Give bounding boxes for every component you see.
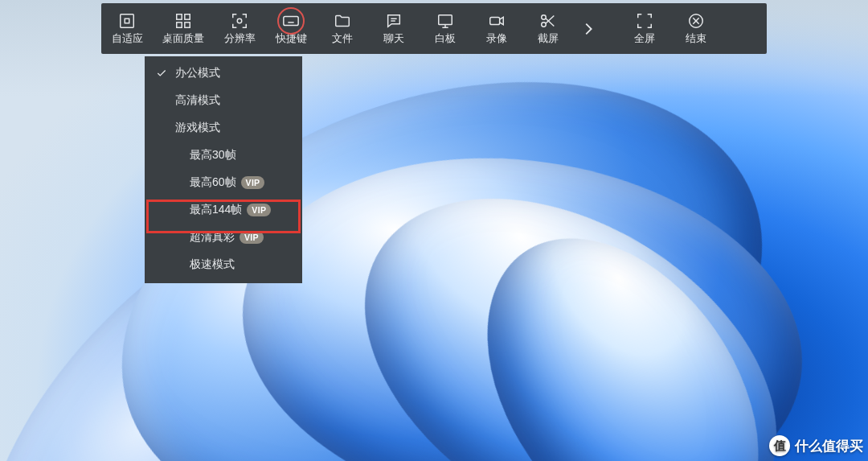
vip-badge: VIP (247, 204, 271, 216)
whiteboard-icon (436, 12, 454, 30)
toolbar-end-button[interactable]: 结束 (670, 3, 722, 54)
menu-item-hd-mode[interactable]: 高清模式 (145, 87, 302, 114)
toolbar-item-label: 截屏 (538, 32, 559, 46)
close-circle-icon (687, 12, 705, 30)
toolbar-desktop-quality-button[interactable]: 桌面质量 (153, 3, 214, 54)
menu-item-label: 超清真彩 (190, 230, 235, 245)
svg-rect-18 (490, 17, 500, 24)
keyboard-icon (282, 12, 300, 30)
focus-icon (231, 12, 248, 30)
check-icon (156, 68, 167, 79)
toolbar-item-label: 全屏 (634, 32, 655, 46)
fit-icon (118, 12, 136, 30)
chat-icon (385, 12, 403, 30)
toolbar-adaptive-button[interactable]: 自适应 (101, 3, 153, 54)
toolbar-item-label: 录像 (486, 32, 507, 46)
watermark-badge: 值 (769, 435, 790, 456)
menu-item-label: 办公模式 (175, 66, 220, 80)
chevron-right-icon (579, 20, 597, 38)
menu-item-label: 极速模式 (190, 257, 235, 272)
svg-rect-15 (439, 14, 452, 24)
svg-rect-3 (185, 14, 190, 19)
toolbar-item-label: 结束 (686, 32, 706, 46)
smzdm-watermark: 值 什么值得买 (769, 435, 863, 456)
toolbar-spacer (603, 3, 619, 54)
svg-rect-2 (177, 14, 182, 19)
menu-item-max-60fps[interactable]: 最高60帧 VIP (145, 169, 302, 196)
remote-control-toolbar: 自适应 桌面质量 分辨率 快捷键 文件 聊天 白板 (101, 3, 767, 54)
toolbar-record-button[interactable]: 录像 (471, 3, 522, 54)
menu-item-label: 最高144帧 (190, 203, 242, 217)
svg-rect-4 (177, 22, 182, 27)
menu-item-max-144fps[interactable]: 最高144帧 VIP (145, 196, 302, 224)
toolbar-file-button[interactable]: 文件 (317, 3, 368, 54)
camera-icon (488, 12, 506, 30)
svg-rect-1 (125, 19, 129, 23)
scissors-icon (539, 12, 557, 30)
toolbar-more-button[interactable] (574, 3, 603, 54)
menu-item-label: 游戏模式 (175, 121, 220, 135)
toolbar-fullscreen-button[interactable]: 全屏 (619, 3, 670, 54)
toolbar-item-label: 文件 (332, 32, 353, 46)
toolbar-whiteboard-button[interactable]: 白板 (420, 3, 471, 54)
toolbar-chat-button[interactable]: 聊天 (368, 3, 420, 54)
vip-badge: VIP (241, 176, 265, 189)
toolbar-item-label: 自适应 (112, 32, 143, 46)
folder-icon (334, 12, 351, 30)
menu-item-office-mode[interactable]: 办公模式 (145, 60, 302, 87)
svg-point-6 (237, 19, 242, 23)
menu-item-game-mode[interactable]: 游戏模式 (145, 114, 302, 142)
toolbar-shortcut-button[interactable]: 快捷键 (265, 3, 317, 54)
menu-item-max-30fps[interactable]: 最高30帧 (145, 142, 302, 169)
toolbar-item-label: 白板 (435, 32, 456, 46)
grid-icon (174, 12, 192, 30)
watermark-text: 什么值得买 (795, 437, 863, 455)
menu-item-label: 高清模式 (175, 93, 220, 108)
menu-item-ultra-color[interactable]: 超清真彩 VIP (145, 224, 302, 251)
desktop-quality-menu: 办公模式 高清模式 游戏模式 最高30帧 最高60帧 VIP 最高144帧 VI… (145, 56, 302, 283)
toolbar-item-label: 聊天 (383, 32, 404, 46)
svg-rect-7 (284, 16, 298, 25)
toolbar-item-label: 分辨率 (224, 32, 256, 46)
svg-rect-0 (121, 14, 134, 27)
menu-item-label: 最高30帧 (190, 148, 236, 163)
fullscreen-icon (636, 12, 653, 30)
vip-badge: VIP (240, 231, 264, 244)
svg-rect-5 (185, 22, 190, 27)
toolbar-screenshot-button[interactable]: 截屏 (522, 3, 574, 54)
toolbar-item-label: 桌面质量 (162, 32, 204, 46)
menu-item-label: 最高60帧 (190, 175, 236, 190)
menu-item-speed-mode[interactable]: 极速模式 (145, 251, 302, 278)
toolbar-resolution-button[interactable]: 分辨率 (214, 3, 265, 54)
